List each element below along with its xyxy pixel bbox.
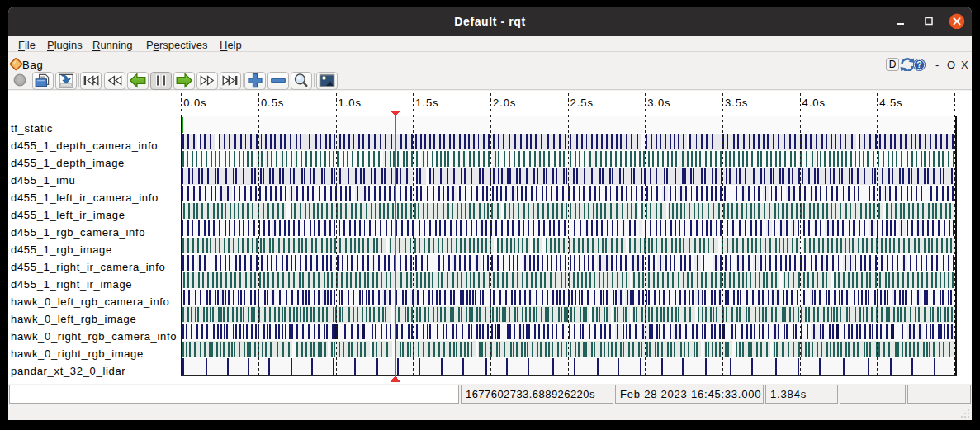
svg-text:?: ?	[916, 59, 921, 69]
